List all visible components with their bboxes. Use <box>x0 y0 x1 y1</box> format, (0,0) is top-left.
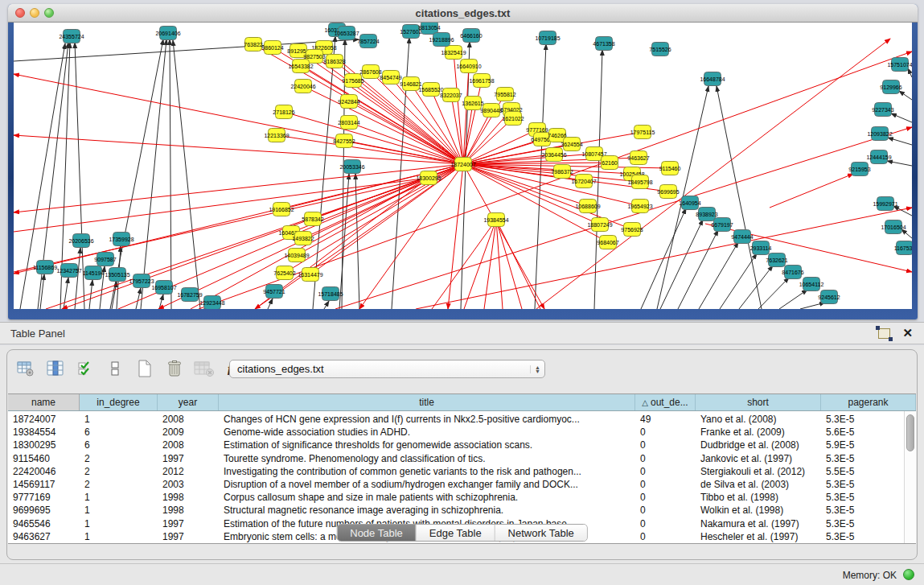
graph-node[interactable]: 9129966 <box>880 80 901 94</box>
table-cell[interactable]: 2 <box>80 466 158 477</box>
table-mode-icon[interactable] <box>15 358 36 379</box>
graph-node[interactable]: 1621022 <box>502 112 524 126</box>
graph-node[interactable]: 12093822 <box>867 127 892 141</box>
table-cell[interactable]: 2009 <box>158 426 219 438</box>
table-cell[interactable]: Structural magnetic resonance image aver… <box>219 505 635 516</box>
tab-node-table[interactable]: Node Table <box>337 525 417 541</box>
close-icon[interactable]: ✕ <box>902 326 913 340</box>
graph-node[interactable]: 1640954 <box>679 196 700 210</box>
graph-node[interactable]: 8471676 <box>782 266 803 279</box>
table-cell[interactable]: Nakamura et al. (1997) <box>696 518 821 529</box>
graph-node[interactable]: 10654112 <box>799 278 824 291</box>
table-row[interactable]: 911546021997Tourette syndrome. Phenomeno… <box>8 452 916 465</box>
graph-node[interactable]: 7625402 <box>273 266 295 280</box>
table-cell[interactable]: 9115460 <box>8 453 80 464</box>
table-cell[interactable]: Yano et al. (2008) <box>696 414 821 425</box>
table-cell[interactable]: 9465546 <box>8 518 80 529</box>
graph-node[interactable]: 18325419 <box>441 46 466 60</box>
network-window-titlebar[interactable]: citations_edges.txt <box>8 4 918 23</box>
table-cell[interactable]: 9463627 <box>8 531 80 542</box>
graph-node[interactable]: 7857224 <box>357 35 379 48</box>
table-cell[interactable]: 5.3E-5 <box>821 531 916 542</box>
table-cell[interactable]: 5.3E-5 <box>821 505 916 516</box>
table-cell[interactable]: de Silva et al. (2003) <box>696 479 821 490</box>
graph-node[interactable]: 4671358 <box>593 37 614 51</box>
table-cell[interactable]: 5.6E-5 <box>821 426 916 438</box>
table-cell[interactable]: 1 <box>80 518 158 529</box>
table-cell[interactable]: 5.3E-5 <box>821 453 916 464</box>
table-cell[interactable]: 18300295 <box>8 439 80 451</box>
table-selector-dropdown[interactable]: citations_edges.txt ▲▼ <box>229 360 545 378</box>
graph-node[interactable]: 9860124 <box>261 41 283 55</box>
graph-node[interactable]: 2718126 <box>273 105 294 119</box>
graph-node[interactable]: 9699695 <box>657 185 679 199</box>
tab-edge-table[interactable]: Edge Table <box>417 525 495 541</box>
graph-node[interactable]: 19166852 <box>269 203 294 216</box>
table-cell[interactable]: Franke et al. (2009) <box>696 426 821 438</box>
graph-node[interactable]: 17359928 <box>109 233 133 246</box>
table-row[interactable]: 969969511998Structural magnetic resonanc… <box>8 504 916 517</box>
show-columns-icon[interactable] <box>45 358 66 379</box>
table-cell[interactable]: 1997 <box>158 531 219 542</box>
graph-node[interactable]: 9115460 <box>659 162 681 175</box>
graph-node[interactable]: 16314479 <box>298 268 322 282</box>
table-cell[interactable]: Hescheler et al. (1997) <box>696 531 821 542</box>
table-cell[interactable]: 1998 <box>158 505 219 516</box>
delete-icon[interactable] <box>164 358 185 379</box>
table-cell[interactable]: 1 <box>80 492 158 503</box>
new-file-icon[interactable] <box>134 358 155 379</box>
vertical-scrollbar[interactable] <box>904 411 916 543</box>
float-window-icon[interactable] <box>878 328 890 339</box>
graph-node[interactable]: 9097587 <box>94 253 116 266</box>
table-cell[interactable]: 6 <box>80 439 158 451</box>
table-cell[interactable]: Genome-wide association studies in ADHD. <box>219 426 635 438</box>
row-selection-icon[interactable] <box>105 358 125 379</box>
table-cell[interactable]: 1997 <box>158 453 219 464</box>
graph-node[interactable]: 9175685 <box>342 74 363 88</box>
graph-node[interactable]: 9890448 <box>480 104 502 117</box>
graph-node[interactable]: 17975115 <box>630 126 655 139</box>
graph-node[interactable]: 19218896 <box>429 33 454 47</box>
graph-node[interactable]: 10719185 <box>535 31 560 45</box>
graph-node[interactable]: 11156869 <box>33 261 57 274</box>
graph-node[interactable]: 9756928 <box>621 223 643 237</box>
graph-node[interactable]: 16720407 <box>571 175 596 188</box>
graph-node[interactable]: 17957223 <box>129 274 154 288</box>
column-header-out_de[interactable]: △out_de... <box>635 394 696 410</box>
table-row[interactable]: 977716911998Corpus callosum shape and si… <box>8 491 916 504</box>
tab-network-table[interactable]: Network Table <box>495 525 587 541</box>
table-cell[interactable]: 5.9E-5 <box>821 439 916 451</box>
graph-node[interactable]: 9215953 <box>848 163 870 176</box>
table-cell[interactable]: 0 <box>635 531 696 542</box>
graph-node[interactable]: 22420046 <box>290 80 315 93</box>
column-header-year[interactable]: year <box>158 394 219 410</box>
table-cell[interactable]: Stergiakouli et al. (2012) <box>696 466 821 477</box>
graph-node[interactable]: 19384554 <box>483 213 508 227</box>
graph-node[interactable]: 15718485 <box>318 287 343 301</box>
table-cell[interactable]: 5.5E-5 <box>821 466 916 477</box>
table-cell[interactable]: 5.3E-5 <box>821 414 916 425</box>
table-cell[interactable]: 2 <box>80 479 158 490</box>
graph-node[interactable]: 9474444 <box>731 230 753 244</box>
table-cell[interactable]: 0 <box>635 505 696 516</box>
table-cell[interactable]: Jankovic et al. (1997) <box>696 453 821 464</box>
graph-node[interactable]: 8322037 <box>440 89 462 102</box>
column-header-in_degree[interactable]: in_degree <box>80 394 158 410</box>
table-cell[interactable]: 1 <box>80 505 158 516</box>
table-cell[interactable]: Tourette syndrome. Phenomenology and cla… <box>219 453 635 464</box>
column-check-icon[interactable] <box>75 358 96 379</box>
graph-node[interactable]: 24355724 <box>59 30 84 43</box>
graph-node[interactable]: 15992971 <box>873 197 897 211</box>
scrollbar-thumb[interactable] <box>906 414 914 451</box>
graph-node[interactable]: 9245612 <box>818 290 840 304</box>
table-cell[interactable]: 6 <box>80 426 158 438</box>
table-cell[interactable]: 5.3E-5 <box>821 492 916 503</box>
graph-node[interactable]: 62160 <box>602 156 618 170</box>
table-cell[interactable]: 2012 <box>158 466 219 477</box>
column-header-pagerank[interactable]: pagerank <box>821 394 916 410</box>
network-canvas[interactable]: 1872400718300295193845549777169649756874… <box>14 23 912 309</box>
table-cell[interactable]: 1 <box>80 414 158 425</box>
graph-node[interactable]: 5878342 <box>302 212 323 226</box>
graph-node[interactable]: 8186328 <box>323 55 345 68</box>
graph-node[interactable]: 20691406 <box>155 27 180 40</box>
